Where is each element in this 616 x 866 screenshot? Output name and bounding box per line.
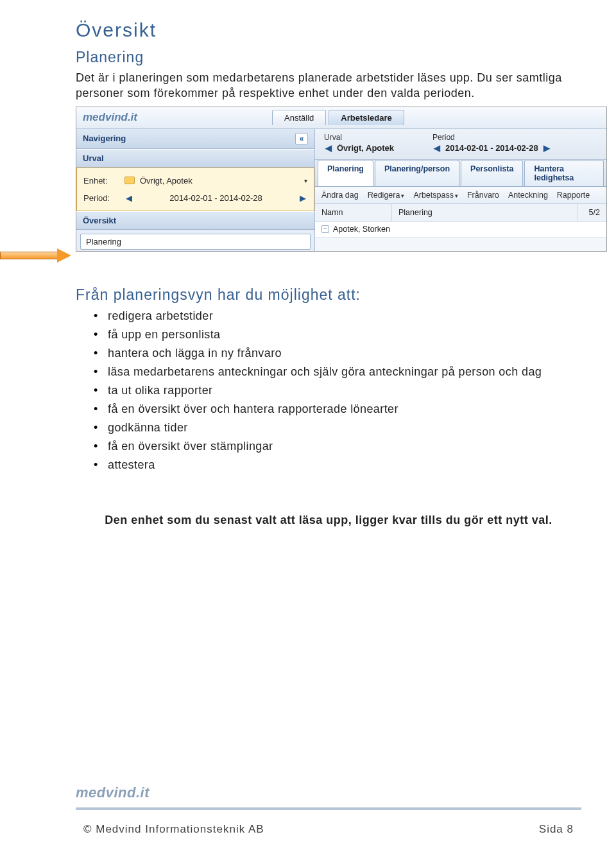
period-label: Period:: [83, 193, 119, 203]
chevron-left-icon[interactable]: ◀: [432, 143, 441, 153]
list-item: få en översikt över och hantera rapporte…: [94, 401, 581, 418]
filter-urval-label: Urval: [324, 133, 394, 142]
footer-divider: [76, 808, 581, 810]
filter-period[interactable]: ◀ 2014-02-01 - 2014-02-28 ▶: [432, 143, 551, 153]
app-screenshot: medvind.it Anställd Arbetsledare Naviger…: [76, 107, 607, 252]
grid-row-name: Apotek, Storken: [333, 225, 390, 234]
tab-hantera-ledighet[interactable]: Hantera ledighetsa: [524, 160, 604, 186]
list-item: ta ut olika rapporter: [94, 382, 581, 399]
chevron-right-icon[interactable]: ▶: [298, 193, 307, 203]
filter-period-value: 2014-02-01 - 2014-02-28: [445, 143, 538, 153]
period-value: 2014-02-01 - 2014-02-28: [139, 193, 293, 203]
tab-planering[interactable]: Planering: [318, 160, 373, 186]
chevron-right-icon[interactable]: ▶: [542, 143, 551, 153]
sidebar-oversikt-title: Översikt: [76, 211, 314, 230]
sidebar-urval-title: Urval: [76, 149, 314, 168]
enhet-selector[interactable]: Enhet: Övrigt, Apotek ▾: [82, 172, 309, 189]
tab-anstalld[interactable]: Anställd: [272, 110, 326, 125]
chevron-left-icon: «: [300, 134, 304, 143]
toolbar-franvaro[interactable]: Frånvaro: [467, 191, 499, 200]
feature-list: redigera arbetstider få upp en personlis…: [76, 307, 581, 474]
list-item: godkänna tider: [94, 419, 581, 437]
app-logo: medvind.it: [83, 111, 137, 124]
grid-header-namn: Namn: [315, 204, 392, 221]
chevron-down-icon: ▾: [455, 193, 458, 199]
note-text: Den enhet som du senast valt att läsa up…: [76, 512, 581, 528]
page-heading: Översikt: [76, 19, 581, 41]
screenshot-container: medvind.it Anställd Arbetsledare Naviger…: [76, 107, 581, 252]
list-heading: Från planeringsvyn har du möjlighet att:: [76, 286, 581, 304]
main-panel: Urval ◀ Övrigt, Apotek Period ◀ 2014-02-…: [315, 129, 606, 251]
chevron-down-icon: ▾: [401, 193, 404, 199]
pointer-arrow: [0, 248, 74, 263]
tab-planering-person[interactable]: Planering/person: [375, 160, 459, 186]
filter-period-label: Period: [432, 133, 551, 142]
enhet-value: Övrigt, Apotek: [140, 176, 299, 186]
footer-copyright: © Medvind Informationsteknik AB: [83, 823, 264, 836]
list-item: få en översikt över stämplingar: [94, 438, 581, 455]
toolbar-redigera[interactable]: Redigera▾: [368, 191, 405, 200]
grid-header-date: 5/2: [578, 204, 606, 221]
table-row[interactable]: − Apotek, Storken: [315, 221, 606, 238]
list-item: hantera och lägga in ny frånvaro: [94, 345, 581, 362]
footer-logo: medvind.it: [76, 784, 150, 801]
toolbar-rapporter[interactable]: Rapporte: [557, 191, 590, 200]
footer-page-number: Sida 8: [539, 823, 574, 836]
sidebar-item-planering[interactable]: Planering: [80, 234, 311, 250]
tab-personlista[interactable]: Personlista: [461, 160, 523, 186]
collapse-icon[interactable]: −: [321, 225, 329, 233]
enhet-label: Enhet:: [83, 176, 119, 186]
sidebar: Navigering « Urval Enhet: Övrigt, Apotek…: [76, 129, 315, 251]
section-title: Planering: [76, 49, 581, 66]
collapse-sidebar-button[interactable]: «: [295, 133, 308, 144]
chevron-down-icon: ▾: [304, 177, 307, 184]
list-item: redigera arbetstider: [94, 307, 581, 325]
list-item: attestera: [94, 456, 581, 474]
folder-icon: [124, 177, 135, 184]
filter-urval-value: Övrigt, Apotek: [337, 143, 394, 153]
tab-arbetsledare[interactable]: Arbetsledare: [329, 110, 404, 125]
toolbar-anteckning[interactable]: Anteckning: [508, 191, 548, 200]
list-item: läsa medarbetarens anteckningar och själ…: [94, 363, 581, 381]
filter-urval[interactable]: ◀ Övrigt, Apotek: [324, 143, 394, 153]
toolbar-arbetspass[interactable]: Arbetspass▾: [413, 191, 458, 200]
intro-paragraph: Det är i planeringen som medarbetarens p…: [76, 70, 581, 101]
period-selector[interactable]: Period: ◀ 2014-02-01 - 2014-02-28 ▶: [82, 189, 309, 207]
chevron-left-icon[interactable]: ◀: [124, 193, 133, 203]
list-item: få upp en personlista: [94, 326, 581, 343]
chevron-left-icon[interactable]: ◀: [324, 143, 333, 153]
grid-header-planering: Planering: [392, 204, 578, 221]
sidebar-nav-title: Navigering: [83, 134, 126, 143]
toolbar-andra-dag[interactable]: Ändra dag: [321, 191, 359, 200]
